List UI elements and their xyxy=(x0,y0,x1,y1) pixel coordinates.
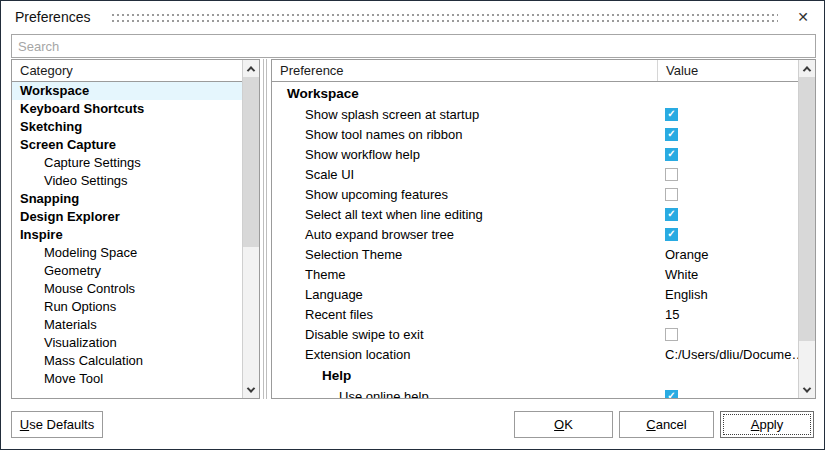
checkbox-unchecked[interactable] xyxy=(665,188,678,201)
category-item[interactable]: Mouse Controls xyxy=(12,280,242,298)
checkbox-unchecked[interactable] xyxy=(665,328,678,341)
cancel-button[interactable]: Cancel xyxy=(619,411,714,438)
preference-label: Show tool names on ribbon xyxy=(272,127,657,142)
preference-row: Show splash screen at startup✓ xyxy=(272,104,798,124)
preference-label: Theme xyxy=(272,267,657,282)
category-item[interactable]: Geometry xyxy=(12,262,242,280)
preference-panel: Preference Value WorkspaceShow splash sc… xyxy=(271,59,816,399)
chevron-down-icon xyxy=(247,384,255,392)
preference-section-row: Help xyxy=(272,364,798,386)
category-item[interactable]: Workspace xyxy=(12,82,242,100)
checkbox-checked[interactable]: ✓ xyxy=(665,208,678,221)
preference-row: Recent files15 xyxy=(272,304,798,324)
preference-label: Selection Theme xyxy=(272,247,657,262)
preference-value[interactable]: C:/Users/dliu/Docume… xyxy=(657,347,798,362)
preference-label: Scale UI xyxy=(272,167,657,182)
preference-row: Select all text when line editing✓ xyxy=(272,204,798,224)
preference-label: Show workflow help xyxy=(272,147,657,162)
preference-row: Use online help✓ xyxy=(272,386,798,398)
ok-button[interactable]: OK xyxy=(514,411,613,438)
preference-row: Selection ThemeOrange xyxy=(272,244,798,264)
drag-handle[interactable] xyxy=(112,14,778,22)
category-item[interactable]: Modeling Space xyxy=(12,244,242,262)
preference-label: Disable swipe to exit xyxy=(272,327,657,342)
category-item[interactable]: Sketching xyxy=(12,118,242,136)
scrollbar-thumb[interactable] xyxy=(243,77,259,247)
preference-row: Extension locationC:/Users/dliu/Docume… xyxy=(272,344,798,364)
preference-row: Auto expand browser tree✓ xyxy=(272,224,798,244)
chevron-up-icon xyxy=(247,66,255,74)
checkbox-unchecked[interactable] xyxy=(665,168,678,181)
preferences-dialog: Preferences ✕ Category WorkspaceKeyboard… xyxy=(0,0,825,450)
preference-value xyxy=(657,168,798,181)
checkbox-checked[interactable]: ✓ xyxy=(665,390,678,399)
preference-row: Show tool names on ribbon✓ xyxy=(272,124,798,144)
preference-value: ✓ xyxy=(657,208,798,221)
preference-value[interactable]: English xyxy=(657,287,798,302)
category-item[interactable]: Design Explorer xyxy=(12,208,242,226)
category-item[interactable]: Video Settings xyxy=(12,172,242,190)
checkbox-checked[interactable]: ✓ xyxy=(665,108,678,121)
category-item[interactable]: Inspire xyxy=(12,226,242,244)
category-scrollbar xyxy=(242,60,259,398)
category-list: WorkspaceKeyboard ShortcutsSketchingScre… xyxy=(12,82,242,388)
close-icon[interactable]: ✕ xyxy=(794,8,812,26)
preference-row: Show workflow help✓ xyxy=(272,144,798,164)
checkbox-checked[interactable]: ✓ xyxy=(665,128,678,141)
preference-column-header: Preference xyxy=(272,63,657,78)
preference-label: Show upcoming features xyxy=(272,187,657,202)
preference-value: ✓ xyxy=(657,228,798,241)
preference-label: Show splash screen at startup xyxy=(272,107,657,122)
preference-rows: WorkspaceShow splash screen at startup✓S… xyxy=(272,82,798,398)
search-input[interactable] xyxy=(11,34,816,58)
category-item[interactable]: Materials xyxy=(12,316,242,334)
category-item[interactable]: Snapping xyxy=(12,190,242,208)
preference-row: Disable swipe to exit xyxy=(272,324,798,344)
panel-splitter[interactable] xyxy=(262,59,269,399)
preference-label: Language xyxy=(272,287,657,302)
preference-section-row: Workspace xyxy=(272,82,798,104)
use-defaults-button[interactable]: Use Defaults xyxy=(11,411,103,438)
preference-row: Show upcoming features xyxy=(272,184,798,204)
preference-label: Use online help xyxy=(272,389,657,399)
category-item[interactable]: Keyboard Shortcuts xyxy=(12,100,242,118)
category-item[interactable]: Move Tool xyxy=(12,370,242,388)
preference-row: ThemeWhite xyxy=(272,264,798,284)
preference-label: Auto expand browser tree xyxy=(272,227,657,242)
title-bar: Preferences ✕ xyxy=(1,1,824,33)
preference-value: ✓ xyxy=(657,128,798,141)
preference-value: ✓ xyxy=(657,108,798,121)
preference-scrollbar xyxy=(798,60,815,398)
checkbox-checked[interactable]: ✓ xyxy=(665,228,678,241)
preference-header: Preference Value xyxy=(272,60,798,82)
chevron-down-icon xyxy=(803,384,811,392)
preference-value: ✓ xyxy=(657,390,798,399)
preference-label: Help xyxy=(272,368,657,383)
category-item[interactable]: Visualization xyxy=(12,334,242,352)
scroll-up-button[interactable] xyxy=(799,60,815,77)
category-header: Category xyxy=(12,60,242,82)
preference-label: Select all text when line editing xyxy=(272,207,657,222)
preference-value[interactable]: White xyxy=(657,267,798,282)
preference-row: Scale UI xyxy=(272,164,798,184)
preference-value: ✓ xyxy=(657,148,798,161)
category-column-header: Category xyxy=(12,63,73,78)
scroll-down-button[interactable] xyxy=(799,381,815,398)
category-item[interactable]: Mass Calculation xyxy=(12,352,242,370)
scrollbar-thumb[interactable] xyxy=(799,77,815,341)
preference-label: Workspace xyxy=(272,86,657,101)
preference-value xyxy=(657,188,798,201)
preference-value[interactable]: Orange xyxy=(657,247,798,262)
preference-label: Recent files xyxy=(272,307,657,322)
value-column-header: Value xyxy=(657,60,798,81)
category-item[interactable]: Run Options xyxy=(12,298,242,316)
category-item[interactable]: Capture Settings xyxy=(12,154,242,172)
category-item[interactable]: Screen Capture xyxy=(12,136,242,154)
scroll-up-button[interactable] xyxy=(243,60,259,77)
preference-value xyxy=(657,328,798,341)
dialog-title: Preferences xyxy=(15,9,90,25)
scroll-down-button[interactable] xyxy=(243,381,259,398)
checkbox-checked[interactable]: ✓ xyxy=(665,148,678,161)
apply-button[interactable]: Apply xyxy=(720,411,814,438)
preference-value[interactable]: 15 xyxy=(657,307,798,322)
